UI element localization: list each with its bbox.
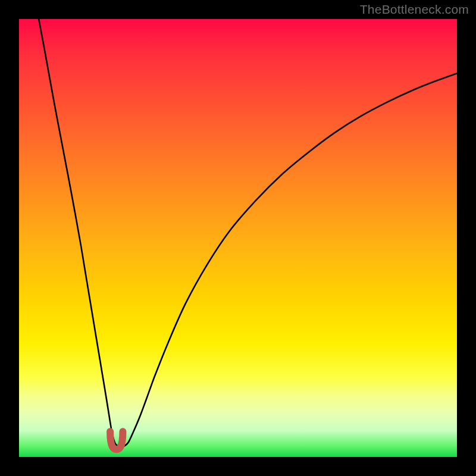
- bottleneck-curve: [39, 19, 457, 447]
- plot-area: [19, 19, 457, 457]
- chart-svg: [19, 19, 457, 457]
- dip-marker: [110, 431, 123, 449]
- watermark-text: TheBottleneck.com: [360, 2, 469, 17]
